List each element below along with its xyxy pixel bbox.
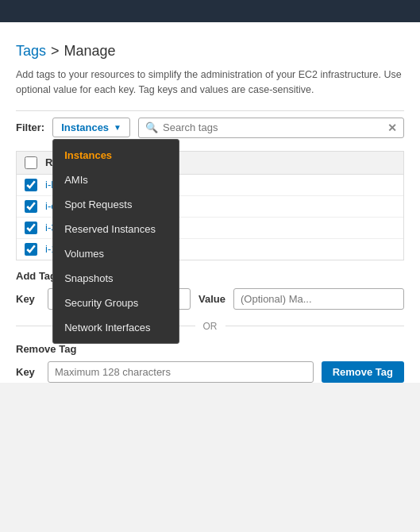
row-checkbox-2[interactable]: [25, 200, 37, 213]
top-bar: [0, 0, 420, 22]
filter-dropdown-value: Instances: [61, 121, 109, 133]
chevron-down-icon: ▼: [114, 123, 121, 132]
search-box: 🔍 ✕: [138, 118, 404, 138]
breadcrumb: Tags > Manage: [16, 35, 404, 60]
breadcrumb-link[interactable]: Tags: [16, 43, 46, 60]
select-all-checkbox[interactable]: [25, 156, 37, 169]
filter-dropdown-wrapper: Instances ▼ Instances AMIs Spot Requests…: [52, 118, 130, 137]
dropdown-item-reserved-instances[interactable]: Reserved Instances: [53, 217, 179, 241]
row-checkbox-4[interactable]: [25, 243, 37, 256]
filter-bar: Filter: Instances ▼ Instances AMIs Spot …: [16, 110, 404, 145]
search-clear-icon[interactable]: ✕: [387, 121, 397, 134]
remove-key-label: Key: [16, 366, 40, 378]
or-label: OR: [203, 321, 218, 332]
filter-dropdown[interactable]: Instances ▼: [52, 118, 130, 137]
dropdown-item-snapshots[interactable]: Snapshots: [53, 266, 179, 291]
remove-key-input[interactable]: [48, 361, 314, 383]
breadcrumb-current: Manage: [64, 43, 116, 60]
remove-tag-row: Key Remove Tag: [16, 361, 404, 383]
filter-label: Filter:: [16, 121, 44, 133]
dropdown-item-amis[interactable]: AMIs: [53, 168, 179, 192]
remove-tag-section: Remove Tag Key Remove Tag: [16, 343, 404, 383]
row-checkbox-3[interactable]: [25, 222, 37, 234]
dropdown-item-network-interfaces[interactable]: Network Interfaces: [53, 315, 179, 340]
dropdown-item-instances[interactable]: Instances: [53, 143, 179, 168]
row-checkbox-1[interactable]: [25, 179, 37, 191]
search-icon: 🔍: [145, 121, 158, 133]
remove-tag-title: Remove Tag: [16, 343, 404, 355]
breadcrumb-separator: >: [51, 43, 60, 60]
dropdown-item-security-groups[interactable]: Security Groups: [53, 291, 179, 315]
key-label: Key: [16, 293, 40, 305]
dropdown-item-volumes[interactable]: Volumes: [53, 241, 179, 266]
or-line-right: [225, 326, 405, 326]
filter-dropdown-menu: Instances AMIs Spot Requests Reserved In…: [52, 139, 179, 344]
dropdown-item-spot-requests[interactable]: Spot Requests: [53, 192, 179, 217]
search-input[interactable]: [163, 121, 383, 133]
value-label: Value: [198, 293, 225, 305]
page-description: Add tags to your resources to simplify t…: [16, 67, 404, 98]
tag-value-input[interactable]: [233, 288, 404, 310]
remove-tag-button[interactable]: Remove Tag: [322, 361, 404, 383]
